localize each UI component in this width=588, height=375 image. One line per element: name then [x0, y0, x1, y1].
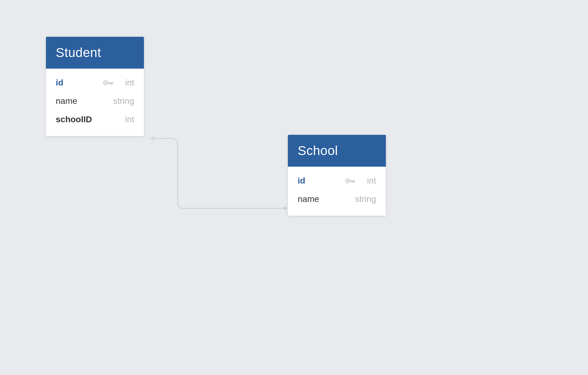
- student-schoolid-name: schoolID: [56, 115, 96, 124]
- school-title: School: [298, 143, 338, 158]
- school-field-id: id int: [288, 172, 386, 190]
- student-name-type: string: [113, 96, 134, 106]
- student-id-name: id: [56, 78, 96, 88]
- student-header: Student: [46, 37, 144, 69]
- student-fields: id int name string: [46, 69, 144, 136]
- diagram-canvas: Student id int: [0, 0, 588, 375]
- student-title: Student: [56, 45, 101, 60]
- school-fields: id int name string: [288, 167, 386, 216]
- student-field-id: id int: [46, 74, 144, 92]
- student-schoolid-type: int: [125, 115, 134, 124]
- student-name-name: name: [56, 96, 96, 106]
- svg-rect-5: [108, 82, 113, 83]
- svg-rect-11: [353, 181, 354, 183]
- student-id-key-icon: [103, 80, 114, 86]
- svg-point-9: [347, 180, 349, 182]
- svg-marker-2: [282, 206, 286, 210]
- student-id-type: int: [125, 78, 134, 88]
- school-field-name: name string: [288, 190, 386, 208]
- svg-rect-10: [350, 180, 355, 181]
- svg-rect-6: [111, 83, 112, 85]
- school-id-name: id: [298, 176, 337, 186]
- student-entity[interactable]: Student id int: [46, 37, 144, 136]
- svg-rect-12: [352, 181, 352, 183]
- school-id-key-icon: [345, 178, 356, 184]
- student-field-schoolid: schoolID int: [46, 110, 144, 129]
- school-id-type: int: [367, 176, 376, 186]
- school-entity[interactable]: School id int name: [288, 135, 386, 216]
- school-name-name: name: [298, 194, 337, 204]
- school-header: School: [288, 135, 386, 167]
- school-name-type: string: [355, 194, 376, 204]
- svg-point-4: [105, 82, 107, 84]
- student-field-name: name string: [46, 92, 144, 110]
- svg-rect-7: [110, 83, 111, 85]
